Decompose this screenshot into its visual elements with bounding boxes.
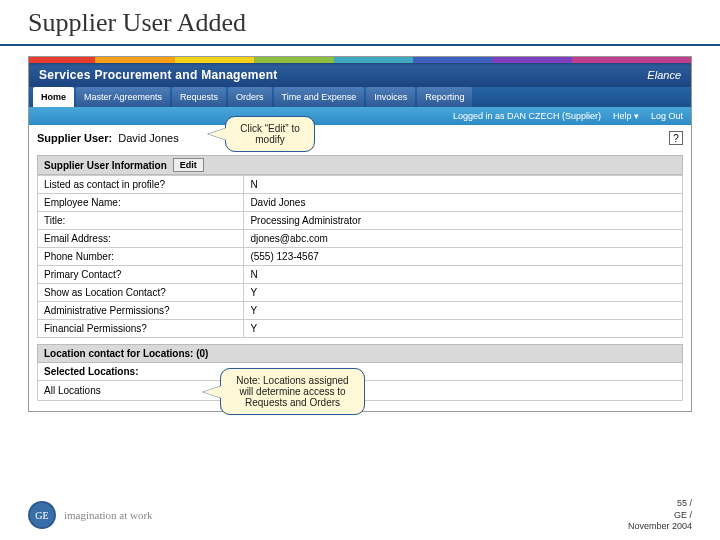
help-icon[interactable]: ? <box>669 131 683 145</box>
tab-invoices[interactable]: Invoices <box>366 87 415 107</box>
callout-tail-icon <box>208 128 226 140</box>
ge-logo-icon <box>28 501 56 529</box>
callout-edit: Click “Edit” to modify <box>225 116 315 152</box>
slide-title: Supplier User Added <box>0 0 720 46</box>
table-row: Phone Number:(555) 123-4567 <box>38 248 683 266</box>
page-heading: Supplier User: David Jones ? <box>37 131 683 145</box>
logout-link[interactable]: Log Out <box>651 111 683 121</box>
slide-footer: imagination at work 55 / GE / November 2… <box>28 498 692 532</box>
tab-orders[interactable]: Orders <box>228 87 272 107</box>
footer-tagline: imagination at work <box>64 509 153 521</box>
nav-tabs: Home Master Agreements Requests Orders T… <box>29 87 691 107</box>
footer-meta: 55 / GE / November 2004 <box>628 498 692 532</box>
section-location-contact: Location contact for Locations: (0) <box>37 344 683 363</box>
section-supplier-user-info: Supplier User Information Edit <box>37 155 683 175</box>
callout-tail-icon <box>203 386 221 398</box>
table-row: Show as Location Contact?Y <box>38 284 683 302</box>
page-heading-label: Supplier User: <box>37 132 112 144</box>
table-row: Employee Name:David Jones <box>38 194 683 212</box>
logged-in-text: Logged in as DAN CZECH (Supplier) <box>453 111 601 121</box>
page-body: Supplier User: David Jones ? Supplier Us… <box>29 125 691 411</box>
user-status-bar: Logged in as DAN CZECH (Supplier) Help ▾… <box>29 107 691 125</box>
table-row: Financial Permissions?Y <box>38 320 683 338</box>
vendor-name: Elance <box>647 69 681 81</box>
table-row: Administrative Permissions?Y <box>38 302 683 320</box>
header-accent-strip <box>29 57 691 63</box>
table-row: Listed as contact in profile?N <box>38 176 683 194</box>
tab-requests[interactable]: Requests <box>172 87 226 107</box>
tab-reporting[interactable]: Reporting <box>417 87 472 107</box>
app-window: Services Procurement and Management Elan… <box>28 56 692 412</box>
tab-home[interactable]: Home <box>33 87 74 107</box>
table-row: Email Address:djones@abc.com <box>38 230 683 248</box>
table-row: Title:Processing Administrator <box>38 212 683 230</box>
tab-master-agreements[interactable]: Master Agreements <box>76 87 170 107</box>
edit-button[interactable]: Edit <box>173 158 204 172</box>
section-title: Supplier User Information <box>44 160 167 171</box>
page-heading-value: David Jones <box>118 132 179 144</box>
table-row: Primary Contact?N <box>38 266 683 284</box>
app-title: Services Procurement and Management <box>39 68 278 82</box>
info-table: Listed as contact in profile?N Employee … <box>37 175 683 338</box>
tab-time-expense[interactable]: Time and Expense <box>274 87 365 107</box>
brand-bar: Services Procurement and Management Elan… <box>29 63 691 87</box>
callout-locations: Note: Locations assigned will determine … <box>220 368 365 415</box>
help-menu[interactable]: Help ▾ <box>613 111 639 121</box>
